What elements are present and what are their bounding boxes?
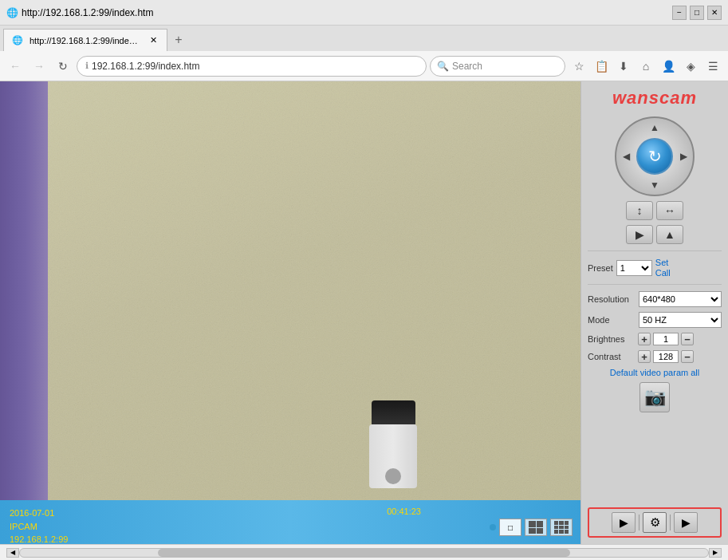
tab-favicon: 🌐	[6, 7, 18, 18]
brightness-minus-button[interactable]: −	[681, 333, 694, 345]
single-view-button[interactable]: □	[499, 519, 521, 536]
toolbar-play-button[interactable]: ▶	[612, 512, 636, 533]
window-controls: − □ ✕	[672, 6, 722, 20]
logo-s: s	[649, 88, 659, 108]
search-placeholder: Search	[452, 61, 482, 72]
minimize-button[interactable]: −	[672, 6, 687, 20]
resolution-select[interactable]: 640*480 320*240 1280*720	[639, 291, 722, 307]
browser-toolbar-icons: ☆ 📋 ⬇ ⌂ 👤 ◈ ☰	[569, 56, 723, 77]
ptz-control: ▲ ▼ ◀ ▶ ↻	[615, 116, 695, 196]
new-tab-button[interactable]: +	[167, 29, 190, 51]
camera-head	[372, 400, 415, 424]
ptz-play-button[interactable]: ▶	[626, 225, 653, 244]
resolution-label: Resolution	[588, 294, 636, 304]
reading-list-button[interactable]: 📋	[591, 56, 612, 77]
horizontal-scrollbar[interactable]	[19, 548, 709, 558]
ptz-left-button[interactable]: ◀	[618, 148, 634, 164]
ptz-extra-buttons: ↕ ↔	[626, 201, 683, 220]
camera-date: 2016-07-01	[10, 507, 68, 520]
scroll-left-button[interactable]: ◀	[6, 548, 19, 558]
mode-row: Mode 50 HZ 60 HZ Outdoor	[588, 312, 722, 328]
preset-label: Preset	[588, 263, 613, 273]
purple-stripe	[0, 81, 52, 544]
toolbar-extra-icon: ▶	[682, 516, 691, 529]
download-button[interactable]: ⬇	[613, 56, 634, 77]
back-button[interactable]: ←	[5, 56, 26, 77]
mode-label: Mode	[588, 315, 636, 325]
tab-close-button[interactable]: ✕	[148, 35, 159, 46]
ptz-right-button[interactable]: ▶	[675, 148, 691, 164]
ptz-down-button[interactable]: ▼	[647, 177, 663, 193]
camera-name: IPCAM	[10, 520, 68, 534]
window-title: http://192.168.1.2:99/index.htm	[22, 7, 153, 18]
preset-set-link[interactable]: Set	[655, 258, 671, 267]
contrast-plus-button[interactable]: +	[638, 350, 651, 363]
ptz-stop-button[interactable]: ▲	[656, 225, 683, 244]
tab-favicon-icon: 🌐	[12, 35, 23, 45]
contrast-minus-button[interactable]: −	[681, 350, 694, 363]
quad-view-button[interactable]	[525, 519, 547, 536]
brightness-plus-button[interactable]: +	[638, 333, 651, 345]
divider-1	[588, 250, 722, 251]
preset-call-link[interactable]: Call	[655, 268, 671, 278]
view-indicator-dot	[490, 524, 496, 530]
mode-select[interactable]: 50 HZ 60 HZ Outdoor	[639, 312, 722, 328]
toolbar-separator-2	[670, 515, 671, 530]
home-button[interactable]: ⌂	[636, 56, 656, 77]
nine-view-button[interactable]	[550, 519, 573, 536]
menu-button[interactable]: ☰	[702, 56, 723, 77]
toolbar-extra-button[interactable]: ▶	[674, 512, 698, 533]
ptz-refresh-icon: ↻	[648, 147, 662, 166]
maximize-button[interactable]: □	[690, 6, 704, 20]
camera-body	[369, 424, 417, 488]
snapshot-camera-icon: 📷	[644, 387, 666, 408]
title-bar: 🌐 http://192.168.1.2:99/index.htm − □ ✕	[0, 0, 728, 26]
forward-button[interactable]: →	[29, 56, 49, 77]
ptz-up-button[interactable]: ▲	[647, 120, 663, 136]
search-bar[interactable]: 🔍 Search	[430, 56, 565, 77]
address-bar[interactable]: ℹ 192.168.1.2:99/index.htm	[77, 56, 427, 77]
settings-button[interactable]: ⚙	[643, 512, 667, 533]
quad-view-icon	[529, 521, 543, 534]
contrast-value: 128	[653, 350, 679, 363]
view-controls: □	[490, 519, 573, 536]
preset-row: Preset 1 2 3 Set Call	[588, 258, 722, 278]
camera-ip: 192.168.1.2:99	[10, 533, 68, 544]
pocket-button[interactable]: ◈	[680, 56, 701, 77]
resolution-row: Resolution 640*480 320*240 1280*720	[588, 291, 722, 307]
brightness-row: Brightnes + 1 −	[588, 333, 722, 345]
sync-button[interactable]: 👤	[658, 56, 679, 77]
ptz-center-button[interactable]: ↻	[636, 138, 673, 175]
right-panel: wanscam ▲ ▼ ◀ ▶ ↻ ↕ ↔ ▶ ▲ Preset 1	[580, 81, 728, 544]
search-icon: 🔍	[437, 61, 449, 72]
snapshot-button[interactable]: 📷	[639, 382, 670, 412]
divider-2	[588, 284, 722, 285]
single-view-icon: □	[508, 523, 513, 532]
tab-bar: 🌐 http://192.168.1.2:99/index.htm ✕ +	[0, 26, 728, 51]
refresh-button[interactable]: ↻	[53, 56, 73, 77]
camera-view: 2016-07-01 IPCAM 192.168.1.2:99 00:41:23…	[0, 81, 580, 544]
camera-info-text: 2016-07-01 IPCAM 192.168.1.2:99	[10, 507, 68, 544]
preset-select[interactable]: 1 2 3	[616, 260, 652, 276]
ptz-zoom-h-button[interactable]: ↔	[656, 201, 683, 220]
svg-rect-0	[48, 81, 580, 544]
nav-bar: ← → ↻ ℹ 192.168.1.2:99/index.htm 🔍 Searc…	[0, 51, 728, 81]
status-bar: ◀ ▶	[0, 544, 728, 560]
scroll-thumb	[158, 549, 571, 557]
nine-view-icon	[554, 521, 569, 534]
close-button[interactable]: ✕	[707, 6, 722, 20]
lock-icon: ℹ	[85, 61, 89, 71]
bookmark-star-button[interactable]: ☆	[569, 56, 589, 77]
camera-device	[365, 400, 421, 488]
toolbar-separator	[639, 515, 639, 530]
brightness-value: 1	[653, 333, 679, 345]
bottom-toolbar: ▶ ⚙ ▶	[588, 507, 722, 538]
ptz-play-buttons: ▶ ▲	[626, 225, 683, 244]
ptz-zoom-v-button[interactable]: ↕	[626, 201, 653, 220]
default-video-params-link[interactable]: Default video param all	[610, 368, 700, 377]
play-icon: ▶	[620, 516, 628, 529]
browser-tab[interactable]: 🌐 http://192.168.1.2:99/index.htm ✕	[3, 29, 167, 51]
scroll-right-button[interactable]: ▶	[709, 548, 722, 558]
wall-texture	[48, 81, 580, 544]
logo-wan: wan	[612, 88, 649, 108]
